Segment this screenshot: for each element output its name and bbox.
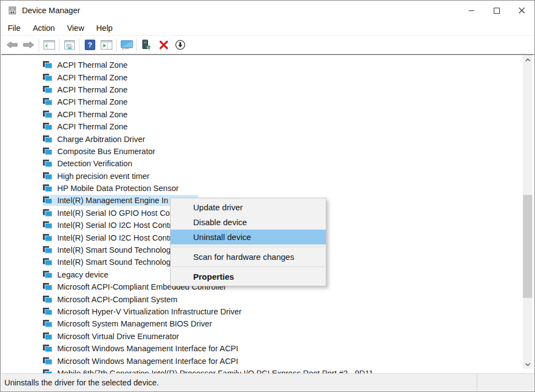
system-device-icon — [43, 172, 52, 180]
tree-item-label: Intel(R) Management Engine In — [57, 196, 168, 205]
scroll-up-button[interactable] — [523, 55, 532, 64]
tree-item-label: Microsoft Virtual Drive Enumerator — [57, 332, 179, 341]
system-device-icon — [43, 148, 52, 155]
context-menu-item-disable-device[interactable]: Disable device — [171, 215, 326, 230]
system-device-icon — [43, 197, 52, 204]
tree-item-label: Charge Arbitration Driver — [57, 135, 145, 144]
menu-action[interactable]: Action — [26, 24, 61, 32]
tree-item[interactable]: Microsoft Virtual Drive Enumerator — [1, 330, 534, 342]
system-device-icon — [43, 160, 52, 167]
help-button[interactable]: ? — [81, 37, 98, 53]
minimize-icon — [468, 8, 474, 14]
status-bar-divider — [477, 374, 477, 391]
tree-item[interactable]: Detection Verification — [1, 157, 534, 170]
update-driver-icon — [142, 40, 152, 50]
tree-item-label: Microsoft Windows Management Interface f… — [57, 344, 238, 353]
tree-item[interactable]: Microsoft Windows Management Interface f… — [1, 355, 534, 367]
show-action-pane-button[interactable] — [98, 37, 114, 53]
tree-item-label: Intel(R) Smart Sound Technolog — [57, 246, 171, 254]
close-button[interactable] — [509, 1, 534, 20]
tree-item[interactable]: Microsoft System Management BIOS Driver — [1, 318, 534, 330]
scrollbar-thumb[interactable] — [523, 195, 532, 298]
tree-item[interactable]: Mobile 6th/7th Generation Intel(R) Proce… — [1, 367, 534, 373]
update-driver-button[interactable] — [139, 37, 155, 53]
tree-item-label: ACPI Thermal Zone — [57, 97, 128, 106]
back-button[interactable] — [4, 37, 20, 53]
system-device-icon — [43, 258, 52, 266]
system-device-icon — [43, 184, 52, 192]
scan-hardware-icon — [175, 40, 185, 50]
menu-bar: FileActionViewHelp — [1, 20, 534, 36]
tree-item-label: ACPI Thermal Zone — [57, 85, 128, 94]
maximize-button[interactable] — [484, 1, 509, 20]
tree-item[interactable]: ACPI Thermal Zone — [1, 84, 534, 96]
system-device-icon — [43, 246, 52, 254]
context-menu-item-uninstall-device[interactable]: Uninstall device — [171, 230, 326, 244]
menu-separator — [171, 266, 325, 267]
window-title: Device Manager — [22, 6, 80, 15]
menu-view[interactable]: View — [61, 24, 90, 32]
context-menu-item-scan-for-hardware-changes[interactable]: Scan for hardware changes — [171, 249, 326, 264]
system-device-icon — [43, 98, 52, 106]
tree-item[interactable]: ACPI Thermal Zone — [1, 108, 534, 121]
toolbar-separator — [39, 39, 39, 52]
minimize-button[interactable] — [458, 1, 484, 20]
tree-item[interactable]: Microsoft ACPI-Compliant System — [1, 293, 534, 305]
tree-item-label: Microsoft System Management BIOS Driver — [57, 319, 212, 328]
properties-button[interactable] — [61, 37, 78, 53]
console-tree-button[interactable] — [41, 37, 57, 53]
system-device-icon — [43, 86, 52, 94]
forward-button[interactable] — [20, 37, 37, 53]
device-manager-window: Device Manager FileActionViewHelp — [0, 0, 535, 392]
tree-item-label: Microsoft Windows Management Interface f… — [57, 357, 238, 366]
vertical-scrollbar[interactable] — [523, 55, 532, 369]
system-device-icon — [43, 111, 52, 118]
uninstall-button[interactable] — [155, 37, 172, 53]
tree-item-label: Microsoft ACPI-Compliant System — [57, 295, 177, 304]
console-tree-icon — [43, 40, 55, 50]
tree-item-label: HP Mobile Data Protection Sensor — [57, 184, 179, 193]
menu-file[interactable]: File — [2, 24, 26, 32]
tree-item[interactable]: ACPI Thermal Zone — [1, 71, 534, 83]
tree-item[interactable]: Charge Arbitration Driver — [1, 133, 534, 145]
system-device-icon — [43, 308, 52, 315]
menu-help[interactable]: Help — [90, 24, 119, 32]
tree-item[interactable]: ACPI Thermal Zone — [1, 121, 534, 133]
tree-item[interactable]: ACPI Thermal Zone — [1, 59, 534, 71]
tree-item[interactable]: Microsoft Windows Management Interface f… — [1, 342, 534, 355]
system-device-icon — [43, 369, 52, 373]
remote-computer-icon — [121, 40, 133, 50]
scroll-down-button[interactable] — [523, 360, 532, 369]
action-pane-icon — [101, 40, 112, 50]
toolbar-separator — [137, 39, 137, 52]
chevron-down-icon — [525, 363, 531, 366]
tree-item[interactable]: HP Mobile Data Protection Sensor — [1, 182, 534, 194]
tree-item-label: Mobile 6th/7th Generation Intel(R) Proce… — [57, 369, 373, 373]
tree-item-label: High precision event timer — [57, 172, 150, 181]
help-icon: ? — [85, 40, 95, 50]
remote-computer-button[interactable] — [118, 37, 135, 53]
tree-item[interactable]: Microsoft Hyper-V Virtualization Infrast… — [1, 306, 534, 318]
svg-text:?: ? — [88, 41, 92, 49]
tree-item[interactable]: ACPI Thermal Zone — [1, 96, 534, 108]
forward-arrow-icon — [23, 41, 34, 48]
tree-item-label: Detection Verification — [57, 159, 132, 168]
tree-item-label: ACPI Thermal Zone — [57, 122, 128, 131]
context-menu-item-properties[interactable]: Properties — [171, 269, 326, 284]
back-arrow-icon — [7, 41, 18, 48]
maximize-icon — [494, 8, 500, 14]
system-device-icon — [43, 74, 52, 81]
context-menu-item-update-driver[interactable]: Update driver — [171, 200, 326, 215]
system-device-icon — [43, 234, 52, 242]
tree-item-label: Intel(R) Serial IO I2C Host Contro — [57, 233, 176, 242]
tree-item[interactable]: Composite Bus Enumerator — [1, 145, 534, 157]
tree-item-label: Microsoft Hyper-V Virtualization Infrast… — [57, 307, 242, 316]
system-device-icon — [43, 345, 52, 352]
scan-for-hardware-changes-button[interactable] — [172, 37, 188, 53]
tree-item[interactable]: High precision event timer — [1, 170, 534, 182]
tree-item-label: Intel(R) Smart Sound Technolog — [57, 258, 171, 266]
system-device-icon — [43, 357, 52, 365]
properties-icon — [64, 40, 75, 50]
system-device-icon — [43, 209, 52, 217]
title-bar: Device Manager — [1, 1, 534, 20]
